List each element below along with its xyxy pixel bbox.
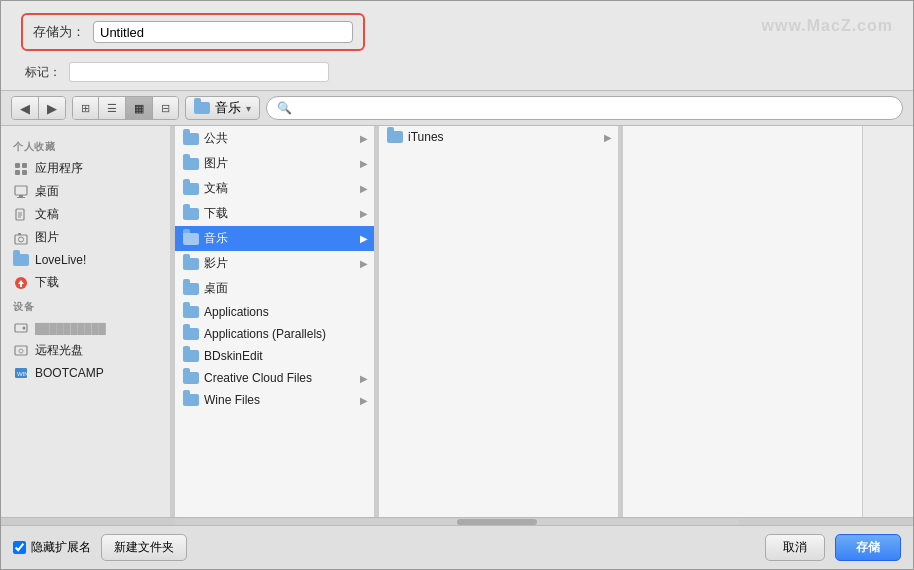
svg-rect-4	[15, 186, 27, 195]
horizontal-scrollbar[interactable]	[1, 517, 913, 525]
cancel-button[interactable]: 取消	[765, 534, 825, 561]
svg-point-19	[19, 349, 23, 353]
col1-item-applications-parallels[interactable]: Applications (Parallels)	[175, 323, 374, 345]
sidebar: 个人收藏 应用程序	[1, 126, 171, 517]
folder-icon	[183, 158, 199, 170]
col2-item-itunes[interactable]: iTunes ▶	[379, 126, 618, 148]
sidebar-item-desktop[interactable]: 桌面	[1, 180, 170, 203]
folder-icon	[183, 233, 199, 245]
tags-row: 标记：	[21, 62, 893, 82]
toolbar: ◀ ▶ ⊞ ☰ ▦ ⊟ 音乐 ▾	[1, 91, 913, 126]
personal-section-title: 个人收藏	[1, 134, 170, 157]
bootcamp-icon: WIN	[13, 365, 29, 381]
remote-label: 远程光盘	[35, 342, 83, 359]
view-icon-button[interactable]: ⊞	[73, 97, 99, 119]
chevron-right-icon: ▶	[360, 395, 368, 406]
watermark: www.MacZ.com	[762, 17, 893, 35]
location-folder-icon	[194, 102, 210, 114]
saveas-highlight: 存储为：	[21, 13, 365, 51]
folder-icon	[183, 372, 199, 384]
view-coverflow-button[interactable]: ⊟	[153, 97, 178, 119]
svg-point-12	[19, 237, 24, 242]
saveas-label: 存储为：	[33, 23, 85, 41]
col1-item-wine[interactable]: Wine Files ▶	[175, 389, 374, 411]
back-button[interactable]: ◀	[12, 97, 39, 119]
hide-extension-option[interactable]: 隐藏扩展名	[13, 539, 91, 556]
svg-point-17	[23, 327, 26, 330]
folder-icon	[183, 350, 199, 362]
view-column-button[interactable]: ▦	[126, 97, 153, 119]
sidebar-item-bootcamp[interactable]: WIN BOOTCAMP	[1, 362, 170, 384]
file-browser: 公共 ▶ 图片 ▶ 文稿 ▶ 下载 ▶	[175, 126, 913, 517]
dropdown-arrow-icon: ▾	[246, 103, 251, 114]
lovelive-folder-icon	[13, 252, 29, 268]
col1-item-movies[interactable]: 影片 ▶	[175, 251, 374, 276]
optical-icon	[13, 343, 29, 359]
location-label: 音乐	[215, 99, 241, 117]
col1-item-music[interactable]: 音乐 ▶	[175, 226, 374, 251]
bottom-bar: 隐藏扩展名 新建文件夹 取消 存储	[1, 525, 913, 569]
location-dropdown[interactable]: 音乐 ▾	[185, 96, 260, 120]
svg-rect-13	[18, 233, 21, 235]
svg-rect-2	[15, 170, 20, 175]
forward-button[interactable]: ▶	[39, 97, 65, 119]
filename-input[interactable]	[93, 21, 353, 43]
download-icon	[13, 275, 29, 291]
downloads-label: 下载	[35, 274, 59, 291]
new-folder-button[interactable]: 新建文件夹	[101, 534, 187, 561]
chevron-right-icon: ▶	[360, 258, 368, 269]
col1-item-desktop[interactable]: 桌面	[175, 276, 374, 301]
chevron-right-icon: ▶	[360, 133, 368, 144]
sidebar-item-pictures[interactable]: 图片	[1, 226, 170, 249]
col1-item-bdskinedit[interactable]: BDskinEdit	[175, 345, 374, 367]
folder-icon	[183, 133, 199, 145]
col1-item-pictures[interactable]: 图片 ▶	[175, 151, 374, 176]
hd-label: ██████████	[35, 323, 106, 334]
sidebar-item-apps[interactable]: 应用程序	[1, 157, 170, 180]
hide-extension-checkbox[interactable]	[13, 541, 26, 554]
svg-rect-0	[15, 163, 20, 168]
camera-icon	[13, 230, 29, 246]
tags-label: 标记：	[25, 64, 61, 81]
folder-icon	[183, 394, 199, 406]
sidebar-item-hd[interactable]: ██████████	[1, 317, 170, 339]
docs-label: 文稿	[35, 206, 59, 223]
svg-rect-3	[22, 170, 27, 175]
col1-item-downloads[interactable]: 下载 ▶	[175, 201, 374, 226]
nav-buttons: ◀ ▶	[11, 96, 66, 120]
apps-icon	[13, 161, 29, 177]
top-section: 存储为： 标记： www.MacZ.com	[1, 1, 913, 91]
col1-item-applications[interactable]: Applications	[175, 301, 374, 323]
sidebar-item-downloads[interactable]: 下载	[1, 271, 170, 294]
desktop-label: 桌面	[35, 183, 59, 200]
svg-rect-5	[19, 195, 23, 197]
chevron-right-icon: ▶	[604, 132, 612, 143]
search-input[interactable]	[266, 96, 903, 120]
column-1: 公共 ▶ 图片 ▶ 文稿 ▶ 下载 ▶	[175, 126, 375, 517]
tags-input[interactable]	[69, 62, 329, 82]
column-2: iTunes ▶	[379, 126, 619, 517]
lovelive-label: LoveLive!	[35, 253, 86, 267]
svg-rect-1	[22, 163, 27, 168]
chevron-right-icon: ▶	[360, 158, 368, 169]
col1-item-cc-files[interactable]: Creative Cloud Files ▶	[175, 367, 374, 389]
col1-item-docs[interactable]: 文稿 ▶	[175, 176, 374, 201]
folder-icon	[183, 283, 199, 295]
devices-section-title: 设备	[1, 294, 170, 317]
svg-rect-11	[15, 235, 27, 244]
sidebar-item-lovelive[interactable]: LoveLive!	[1, 249, 170, 271]
sidebar-item-remote[interactable]: 远程光盘	[1, 339, 170, 362]
desktop-icon	[13, 184, 29, 200]
svg-rect-18	[15, 346, 27, 355]
bootcamp-label: BOOTCAMP	[35, 366, 104, 380]
hide-extension-label: 隐藏扩展名	[31, 539, 91, 556]
view-buttons: ⊞ ☰ ▦ ⊟	[72, 96, 179, 120]
view-list-button[interactable]: ☰	[99, 97, 126, 119]
docs-icon	[13, 207, 29, 223]
col1-item-public[interactable]: 公共 ▶	[175, 126, 374, 151]
save-button[interactable]: 存储	[835, 534, 901, 561]
save-dialog: 存储为： 标记： www.MacZ.com ◀ ▶ ⊞ ☰ ▦ ⊟ 音乐 ▾	[0, 0, 914, 570]
sidebar-item-docs[interactable]: 文稿	[1, 203, 170, 226]
folder-icon	[183, 208, 199, 220]
pictures-label: 图片	[35, 229, 59, 246]
